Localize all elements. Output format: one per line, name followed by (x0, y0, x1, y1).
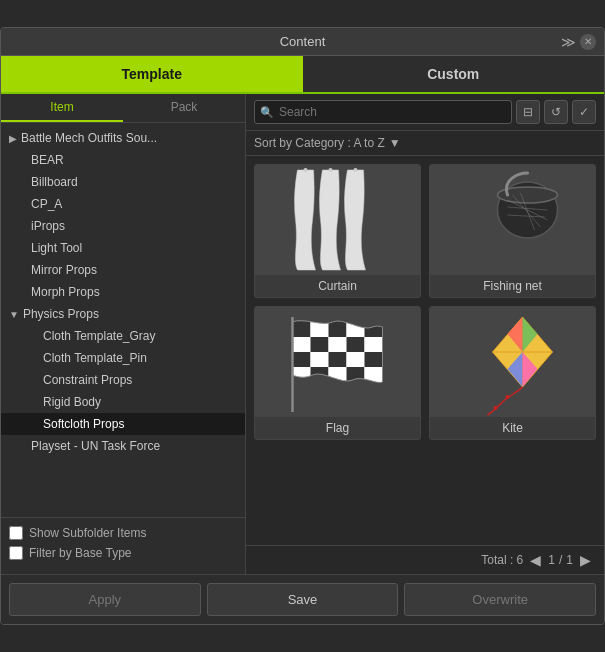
list-item[interactable]: Playset - UN Task Force (1, 435, 245, 457)
fishing-net-label: Fishing net (479, 275, 546, 297)
list-item[interactable]: Cloth Template_Pin (1, 347, 245, 369)
content-area: Item Pack ▶ Battle Mech Outfits Sou... B… (1, 94, 604, 574)
list-item[interactable]: Rigid Body (1, 391, 245, 413)
svg-rect-26 (329, 352, 347, 367)
checkboxes-area: Show Subfolder Items Filter by Base Type (1, 517, 245, 574)
svg-rect-24 (293, 352, 311, 367)
save-button[interactable]: Save (207, 583, 399, 616)
svg-rect-22 (347, 337, 365, 352)
pagination-bar: Total : 6 ◀ 1 / 1 ▶ (246, 545, 604, 574)
filter-button[interactable]: ⊟ (516, 100, 540, 124)
page-separator: / (559, 553, 562, 567)
kite-label: Kite (498, 417, 527, 439)
list-item[interactable]: Constraint Props (1, 369, 245, 391)
fishing-net-svg (430, 165, 595, 275)
search-input-wrap: 🔍 (254, 100, 512, 124)
expand-arrow: ▼ (9, 309, 19, 320)
left-panel: Item Pack ▶ Battle Mech Outfits Sou... B… (1, 94, 246, 574)
search-input[interactable] (254, 100, 512, 124)
curtain-svg (255, 165, 420, 275)
page-total: 1 (566, 553, 573, 567)
show-subfolder-checkbox[interactable] (9, 526, 23, 540)
grid-item-flag[interactable]: Flag (254, 306, 421, 440)
search-icon: 🔍 (260, 106, 274, 119)
flag-thumbnail (255, 307, 420, 417)
list-item[interactable]: CP_A (1, 193, 245, 215)
kite-thumbnail (430, 307, 595, 417)
flag-label: Flag (322, 417, 353, 439)
main-tabs: Template Custom (1, 56, 604, 94)
svg-rect-15 (311, 322, 329, 337)
svg-point-3 (354, 168, 358, 172)
flag-svg (255, 307, 420, 417)
svg-point-1 (304, 168, 308, 172)
total-label: Total : 6 (481, 553, 523, 567)
svg-rect-20 (311, 337, 329, 352)
overwrite-button[interactable]: Overwrite (404, 583, 596, 616)
prev-page-button[interactable]: ◀ (527, 552, 544, 568)
filter-base-row: Filter by Base Type (9, 546, 237, 560)
grid-item-fishing-net[interactable]: Fishing net (429, 164, 596, 298)
curtain-label: Curtain (314, 275, 361, 297)
svg-point-42 (506, 395, 510, 399)
tab-template[interactable]: Template (1, 56, 303, 92)
tree-item-label: Battle Mech Outfits Sou... (21, 131, 157, 145)
list-item[interactable]: Morph Props (1, 281, 245, 303)
kite-svg (430, 307, 595, 417)
tree-item-label: Physics Props (23, 307, 99, 321)
right-panel: 🔍 ⊟ ↺ ✓ Sort by Category : A to Z ▼ (246, 94, 604, 574)
bottom-bar: Apply Save Overwrite (1, 574, 604, 624)
list-item[interactable]: Mirror Props (1, 259, 245, 281)
svg-rect-19 (293, 337, 311, 352)
list-item-selected[interactable]: Softcloth Props (1, 413, 245, 435)
sort-bar: Sort by Category : A to Z ▼ (246, 131, 604, 156)
tree-list: ▶ Battle Mech Outfits Sou... BEAR Billbo… (1, 123, 245, 517)
list-item[interactable]: Light Tool (1, 237, 245, 259)
close-button[interactable]: ✕ (580, 34, 596, 50)
list-item[interactable]: iProps (1, 215, 245, 237)
svg-rect-27 (347, 352, 365, 367)
titlebar: Content ≫ ✕ (1, 28, 604, 56)
svg-rect-23 (365, 337, 383, 352)
fishing-net-thumbnail (430, 165, 595, 275)
tab-custom[interactable]: Custom (303, 56, 605, 92)
refresh-button[interactable]: ↺ (544, 100, 568, 124)
show-subfolder-label: Show Subfolder Items (29, 526, 146, 540)
curtain-thumbnail (255, 165, 420, 275)
svg-rect-14 (293, 322, 311, 337)
list-item[interactable]: ▼ Physics Props (1, 303, 245, 325)
confirm-button[interactable]: ✓ (572, 100, 596, 124)
list-item[interactable]: BEAR (1, 149, 245, 171)
svg-rect-28 (365, 352, 383, 367)
show-subfolder-row: Show Subfolder Items (9, 526, 237, 540)
left-tab-item[interactable]: Item (1, 94, 123, 122)
collapse-icon[interactable]: ≫ (561, 34, 576, 50)
sort-label: Sort by Category : A to Z (254, 136, 385, 150)
svg-point-2 (329, 168, 333, 172)
svg-rect-16 (329, 322, 347, 337)
left-tabs: Item Pack (1, 94, 245, 123)
window-title: Content (280, 34, 326, 49)
sort-chevron-icon: ▼ (389, 136, 401, 150)
apply-button[interactable]: Apply (9, 583, 201, 616)
list-item[interactable]: Cloth Template_Gray (1, 325, 245, 347)
svg-point-43 (494, 406, 498, 410)
main-window: Content ≫ ✕ Template Custom Item Pack ▶ … (0, 27, 605, 625)
svg-rect-21 (329, 337, 347, 352)
filter-base-label: Filter by Base Type (29, 546, 132, 560)
content-grid: Curtain (246, 156, 604, 545)
grid-item-kite[interactable]: Kite (429, 306, 596, 440)
next-page-button[interactable]: ▶ (577, 552, 594, 568)
left-tab-pack[interactable]: Pack (123, 94, 245, 122)
grid-item-curtain[interactable]: Curtain (254, 164, 421, 298)
expand-arrow: ▶ (9, 133, 17, 144)
filter-base-checkbox[interactable] (9, 546, 23, 560)
page-current: 1 (548, 553, 555, 567)
list-item[interactable]: ▶ Battle Mech Outfits Sou... (1, 127, 245, 149)
list-item[interactable]: Billboard (1, 171, 245, 193)
svg-rect-25 (311, 352, 329, 367)
search-bar: 🔍 ⊟ ↺ ✓ (246, 94, 604, 131)
